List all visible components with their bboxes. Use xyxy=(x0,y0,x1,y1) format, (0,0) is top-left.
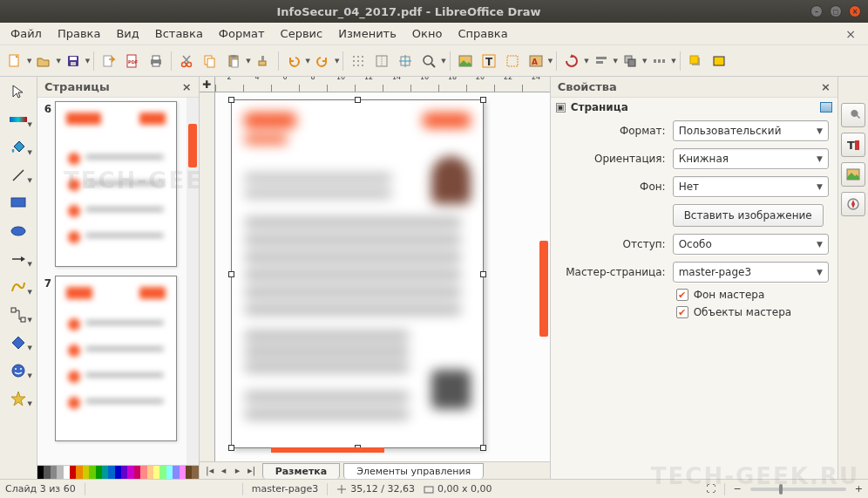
color-swatch[interactable] xyxy=(140,466,146,479)
ellipse-tool[interactable] xyxy=(3,220,33,242)
arrange-button[interactable] xyxy=(619,50,641,72)
menu-tools[interactable]: Сервис xyxy=(274,24,330,43)
last-page-button[interactable]: ▸| xyxy=(245,465,259,476)
gradient-tool[interactable]: ▼ xyxy=(3,108,33,131)
color-swatch[interactable] xyxy=(180,466,186,479)
insert-frame-button[interactable] xyxy=(501,50,524,72)
horizontal-ruler[interactable]: 24681012141618202224 xyxy=(200,77,550,92)
menu-format[interactable]: Формат xyxy=(212,24,272,43)
menu-window[interactable]: Окно xyxy=(405,24,450,43)
orientation-combo[interactable]: Книжная▼ xyxy=(673,148,829,169)
color-swatch[interactable] xyxy=(57,466,63,479)
color-swatch[interactable] xyxy=(76,466,82,479)
maximize-button[interactable]: ◻ xyxy=(830,5,842,17)
distribute-button[interactable] xyxy=(648,50,670,72)
rectangle-tool[interactable] xyxy=(3,192,33,215)
master-bg-checkbox[interactable]: ✔ xyxy=(676,289,688,301)
fill-bucket-tool[interactable]: ▼ xyxy=(3,136,33,159)
color-swatch[interactable] xyxy=(64,466,70,479)
color-swatch[interactable] xyxy=(102,466,108,479)
tab-controls[interactable]: Элементы управления xyxy=(343,463,484,479)
insert-image-button[interactable]: Вставить изображение xyxy=(673,204,824,227)
copy-button[interactable] xyxy=(199,50,221,72)
shadow-button[interactable] xyxy=(684,50,707,72)
color-swatch[interactable] xyxy=(147,466,153,479)
menu-insert[interactable]: Вставка xyxy=(148,24,210,43)
status-fit-button[interactable]: ⛶ xyxy=(706,483,715,495)
color-swatch[interactable] xyxy=(186,466,192,479)
page-thumb-slot[interactable]: 6 xyxy=(39,101,197,267)
vertical-ruler[interactable] xyxy=(200,92,215,461)
color-swatch[interactable] xyxy=(37,466,44,479)
document-close-button[interactable]: × xyxy=(837,24,865,44)
new-button[interactable] xyxy=(3,50,26,72)
more-options-icon[interactable] xyxy=(820,102,832,113)
snap-lines-button[interactable] xyxy=(370,50,393,72)
color-swatch[interactable] xyxy=(70,466,76,479)
save-button[interactable] xyxy=(62,50,85,72)
connector-tool[interactable]: ▼ xyxy=(3,304,33,326)
zoom-in-button[interactable]: + xyxy=(855,483,863,495)
undo-button[interactable] xyxy=(282,50,305,72)
next-page-button[interactable]: ▸ xyxy=(231,465,245,476)
prev-page-button[interactable]: ◂ xyxy=(217,465,231,476)
transform-button[interactable] xyxy=(560,50,583,72)
menu-view[interactable]: Вид xyxy=(109,24,146,43)
color-swatch[interactable] xyxy=(96,466,102,479)
canvas-vertical-scrollbar[interactable] xyxy=(539,241,548,337)
color-swatch[interactable] xyxy=(121,466,127,479)
pages-panel-body[interactable]: 6 7 xyxy=(37,98,199,465)
master-page-combo[interactable]: master-page3▼ xyxy=(673,262,829,283)
insert-text-button[interactable]: T xyxy=(478,50,500,72)
properties-close-icon[interactable]: × xyxy=(821,80,831,93)
background-combo[interactable]: Нет▼ xyxy=(673,176,829,197)
fontwork-button[interactable]: A xyxy=(525,50,547,72)
menu-modify[interactable]: Изменить xyxy=(331,24,403,43)
pages-scrollbar[interactable] xyxy=(186,98,199,465)
color-swatch[interactable] xyxy=(134,466,140,479)
styles-tab-icon[interactable]: T xyxy=(841,133,865,157)
color-swatch[interactable] xyxy=(51,466,57,479)
color-swatch[interactable] xyxy=(192,466,198,479)
page-thumbnail[interactable] xyxy=(55,101,177,267)
page-thumb-slot[interactable]: 7 xyxy=(39,276,197,441)
color-swatch[interactable] xyxy=(173,466,179,479)
collapse-icon[interactable]: ▣ xyxy=(556,103,566,113)
master-objects-checkbox[interactable]: ✔ xyxy=(676,306,688,318)
color-swatch[interactable] xyxy=(83,466,89,479)
format-combo[interactable]: Пользовательский▼ xyxy=(673,120,829,141)
zoom-button[interactable] xyxy=(417,50,440,72)
ruler-origin-icon[interactable]: ✚ xyxy=(200,77,215,92)
arrow-tool[interactable]: ▼ xyxy=(3,248,33,270)
clone-format-button[interactable] xyxy=(252,50,275,72)
pointer-tool[interactable] xyxy=(3,80,33,103)
pages-panel-close-icon[interactable]: × xyxy=(182,80,192,93)
minimize-button[interactable]: – xyxy=(810,5,823,17)
guides-button[interactable] xyxy=(394,50,417,72)
menu-help[interactable]: Справка xyxy=(451,24,514,43)
print-button[interactable] xyxy=(145,50,167,72)
open-button[interactable] xyxy=(32,50,55,72)
tab-layout[interactable]: Разметка xyxy=(262,463,341,479)
color-swatch[interactable] xyxy=(115,466,121,479)
color-swatch[interactable] xyxy=(127,466,133,479)
basic-shapes-tool[interactable]: ▼ xyxy=(3,331,33,354)
export-button[interactable] xyxy=(98,50,120,72)
grid-button[interactable] xyxy=(347,50,370,72)
cut-button[interactable] xyxy=(175,50,198,72)
color-swatch[interactable] xyxy=(89,466,95,479)
close-button[interactable]: × xyxy=(849,5,861,17)
menu-file[interactable]: Файл xyxy=(3,24,49,43)
navigator-tab-icon[interactable] xyxy=(841,192,865,216)
redo-button[interactable] xyxy=(311,50,334,72)
symbol-shapes-tool[interactable]: ▼ xyxy=(3,359,33,382)
pdf-export-button[interactable]: PDF xyxy=(121,50,144,72)
gallery-tab-icon[interactable] xyxy=(841,162,865,187)
zoom-slider[interactable] xyxy=(750,488,846,491)
menu-edit[interactable]: Правка xyxy=(51,24,107,43)
color-swatch[interactable] xyxy=(44,466,50,479)
status-master-page[interactable]: master-page3 xyxy=(252,483,319,495)
color-swatch[interactable] xyxy=(166,466,173,479)
document-page[interactable] xyxy=(231,99,484,448)
color-swatch[interactable] xyxy=(159,466,166,479)
